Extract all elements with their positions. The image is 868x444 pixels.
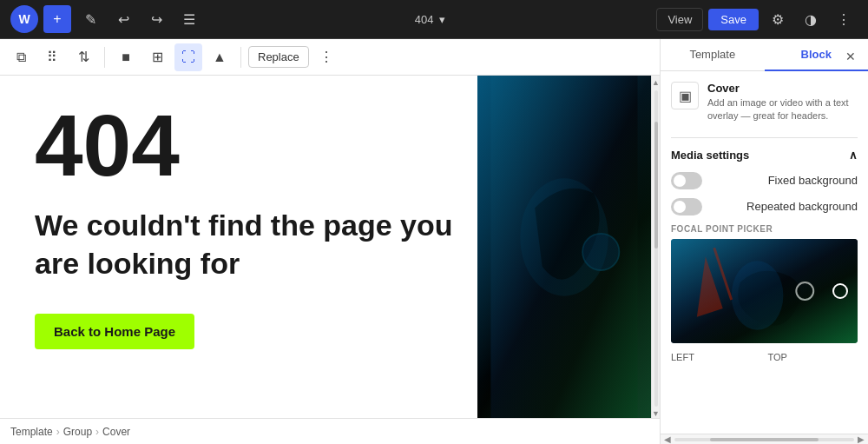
sidebar-tabs: Template Block ✕ <box>661 39 868 71</box>
scroll-thumb <box>654 122 658 249</box>
chevron-down-icon: ▾ <box>439 13 445 26</box>
contrast-button[interactable]: ◑ <box>797 5 825 33</box>
document-title[interactable]: 404 ▾ <box>415 13 445 26</box>
content-area: ⧉ ⠿ ⇅ ■ ⊞ ⛶ ▲ Replace ⋮ 404 We couldn't … <box>0 39 660 444</box>
canvas-wrapper: 404 We couldn't find the page you are lo… <box>0 76 660 418</box>
align-content-button[interactable]: ⛶ <box>174 43 202 71</box>
more-options-button[interactable]: ⋮ <box>830 5 858 33</box>
repeated-background-row: Repeated background <box>671 198 858 215</box>
breadcrumb-template[interactable]: Template <box>10 426 53 438</box>
top-coord-label: TOP <box>768 352 858 362</box>
left-coord-label: LEFT <box>671 352 761 362</box>
cover-background-image <box>477 76 651 418</box>
breadcrumb-cover[interactable]: Cover <box>102 426 130 438</box>
divider-1 <box>671 137 858 138</box>
tab-template[interactable]: Template <box>661 39 765 70</box>
redo-button[interactable]: ↪ <box>142 5 170 33</box>
toolbar-separator <box>104 47 105 68</box>
scroll-right-arrow[interactable]: ▶ <box>858 434 865 444</box>
cover-block-icon: ▣ <box>671 82 699 109</box>
repeated-background-toggle[interactable] <box>671 198 702 215</box>
media-settings-header[interactable]: Media settings ∧ <box>671 149 858 162</box>
breadcrumb-group[interactable]: Group <box>63 426 92 438</box>
more-block-options[interactable]: ⋮ <box>312 43 340 71</box>
scroll-left-arrow[interactable]: ◀ <box>664 434 671 444</box>
page-canvas: 404 We couldn't find the page you are lo… <box>0 76 651 418</box>
fixed-background-label: Fixed background <box>768 174 858 187</box>
fixed-background-row: Fixed background <box>671 172 858 189</box>
sidebar-content: ▣ Cover Add an image or video with a tex… <box>661 71 868 434</box>
wordpress-logo[interactable]: W <box>10 5 38 33</box>
cover-block-description: Cover Add an image or video with a text … <box>707 82 858 123</box>
bg-image-svg <box>477 76 651 418</box>
scroll-up-arrow[interactable]: ▲ <box>652 79 660 87</box>
top-bar-right: View Save ⚙ ◑ ⋮ <box>656 5 858 33</box>
settings-button[interactable]: ⚙ <box>764 5 792 33</box>
h-scroll-thumb <box>710 438 818 441</box>
replace-button[interactable]: Replace <box>248 46 309 68</box>
save-button[interactable]: Save <box>708 9 759 30</box>
page-title: 404 <box>415 13 434 26</box>
top-bar-left: W + ✎ ↩ ↪ ☰ <box>10 5 203 33</box>
vertical-scrollbar[interactable]: ▲ ▼ <box>651 76 660 418</box>
breadcrumb-sep-2: › <box>95 426 99 438</box>
focal-image-svg <box>671 239 858 343</box>
cover-block-desc: Add an image or video with a text overla… <box>707 96 858 123</box>
breadcrumb-bar: Template › Group › Cover <box>0 418 660 444</box>
add-block-button[interactable]: + <box>43 5 71 33</box>
breadcrumb-sep-1: › <box>56 426 60 438</box>
align-wide-button[interactable]: ⊞ <box>143 43 171 71</box>
scroll-down-arrow[interactable]: ▼ <box>652 410 660 418</box>
block-toolbar: ⧉ ⠿ ⇅ ■ ⊞ ⛶ ▲ Replace ⋮ <box>0 39 660 76</box>
h-scroll-track[interactable] <box>674 438 854 441</box>
collapse-icon: ∧ <box>849 149 858 162</box>
scroll-track[interactable] <box>654 90 658 407</box>
media-settings-title: Media settings <box>671 149 749 162</box>
coordinates-row: LEFT TOP <box>671 352 858 362</box>
repeated-background-label: Repeated background <box>746 200 858 213</box>
list-view-button[interactable]: ☰ <box>175 5 203 33</box>
focal-point-handle[interactable] <box>832 283 848 299</box>
fixed-background-toggle[interactable] <box>671 172 702 189</box>
svg-point-5 <box>796 282 813 300</box>
svg-point-4 <box>732 261 784 330</box>
sidebar-close-button[interactable]: ✕ <box>837 43 865 70</box>
svg-rect-3 <box>671 239 858 342</box>
svg-point-1 <box>520 178 608 295</box>
main-layout: ⧉ ⠿ ⇅ ■ ⊞ ⛶ ▲ Replace ⋮ 404 We couldn't … <box>0 39 868 444</box>
overlay-button[interactable]: ▲ <box>206 43 233 71</box>
back-to-home-button[interactable]: Back to Home Page <box>35 314 194 349</box>
view-button[interactable]: View <box>656 8 703 31</box>
focal-point-label: FOCAL POINT PICKER <box>671 224 858 234</box>
move-up-down-button[interactable]: ⇅ <box>69 43 97 71</box>
cover-block-info: ▣ Cover Add an image or video with a tex… <box>671 82 858 123</box>
right-sidebar: Template Block ✕ ▣ Cover Add an image or… <box>660 39 868 444</box>
horizontal-scrollbar[interactable]: ◀ ▶ <box>661 434 868 444</box>
tools-button[interactable]: ✎ <box>76 5 104 33</box>
cover-block-title: Cover <box>707 82 858 95</box>
drag-handle[interactable]: ⠿ <box>38 43 66 71</box>
block-type-button[interactable]: ⧉ <box>7 43 35 71</box>
svg-point-2 <box>582 234 619 270</box>
focal-point-image[interactable] <box>671 239 858 343</box>
svg-rect-0 <box>490 76 637 418</box>
toolbar-separator-2 <box>240 47 241 68</box>
error-message: We couldn't find the page you are lookin… <box>35 206 486 282</box>
align-full-button[interactable]: ■ <box>112 43 140 71</box>
undo-button[interactable]: ↩ <box>109 5 137 33</box>
top-bar: W + ✎ ↩ ↪ ☰ 404 ▾ View Save ⚙ ◑ ⋮ <box>0 0 868 39</box>
